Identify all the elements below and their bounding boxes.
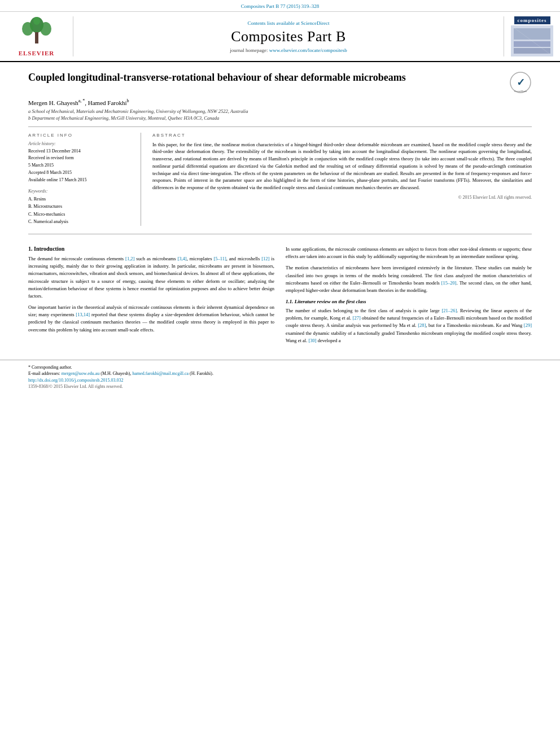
article-title: Coupled longitudinal-transverse-rotation…	[28, 71, 406, 84]
ref-12[interactable]: [12]	[261, 256, 269, 261]
sciencedirect-link[interactable]: ScienceDirect	[301, 20, 329, 26]
article-dates: Received 13 December 2014 Received in re…	[28, 148, 133, 184]
svg-point-5	[33, 17, 40, 25]
svg-text:✓: ✓	[517, 77, 525, 88]
corresponding-author-note: * Corresponding author.	[28, 365, 532, 370]
article-info-abstract-section: ARTICLE INFO Article history: Received 1…	[28, 133, 532, 226]
keyword-4: C. Numerical analysis	[28, 218, 133, 226]
body-section: 1. Introduction The demand for microscal…	[28, 246, 532, 348]
journal-header: ELSEVIER Contents lists available at Sci…	[0, 12, 560, 62]
abstract-label: ABSTRACT	[152, 133, 532, 138]
intro-number: 1.	[28, 246, 33, 252]
ref-15-20[interactable]: [15–20]	[441, 280, 457, 286]
revised-date: Received in revised form	[28, 155, 133, 162]
article-area: Coupled longitudinal-transverse-rotation…	[0, 62, 560, 354]
article-info-column: ARTICLE INFO Article history: Received 1…	[28, 133, 141, 226]
right-para2: The motion characteristics of microbeams…	[286, 264, 532, 294]
affiliation-a: a School of Mechanical, Materials and Me…	[28, 108, 532, 114]
body-two-col: 1. Introduction The demand for microscal…	[28, 246, 532, 348]
ref-13-14[interactable]: [13,14]	[76, 312, 90, 317]
ref-29[interactable]: [29]	[524, 322, 532, 328]
ref-28[interactable]: [28]	[418, 322, 426, 328]
ref-21-26[interactable]: [21–26]	[441, 308, 457, 313]
composites-logo-section: composites	[504, 16, 554, 56]
composites-badge: composites	[514, 16, 550, 24]
intro-title: Introduction	[34, 246, 64, 252]
svg-rect-4	[35, 32, 38, 43]
article-info-label: ARTICLE INFO	[28, 133, 133, 138]
subsection-para1: The number of studies belonging to the f…	[286, 307, 532, 344]
body-right-column: In some applications, the microscale con…	[286, 246, 532, 348]
elsevier-logo-section: ELSEVIER	[6, 16, 73, 56]
issn-line: 1359-8368/© 2015 Elsevier Ltd. All right…	[28, 384, 532, 389]
svg-point-3	[40, 22, 51, 36]
keywords-list: A. Resins B. Microstructures C. Micro-me…	[28, 195, 133, 226]
journal-center: Contents lists available at ScienceDirec…	[79, 16, 498, 56]
svg-rect-7	[514, 28, 550, 40]
ref-3-4[interactable]: [3,4]	[177, 256, 186, 261]
right-para1: In some applications, the microscale con…	[286, 246, 532, 260]
svg-rect-8	[514, 41, 550, 47]
journal-title: Composites Part B	[231, 28, 346, 45]
ref-1-2[interactable]: [1,2]	[125, 256, 134, 261]
svg-text:CrossMark: CrossMark	[514, 90, 527, 93]
available-date: Available online 17 March 2015	[28, 177, 133, 184]
ref-5-11[interactable]: [5–11]	[213, 256, 226, 261]
top-bar: Composites Part B 77 (2015) 319–328	[0, 0, 560, 12]
copyright-line: © 2015 Elsevier Ltd. All rights reserved…	[152, 195, 532, 200]
keyword-3: C. Micro-mechanics	[28, 211, 133, 219]
svg-rect-9	[514, 48, 550, 54]
homepage-url[interactable]: www.elsevier.com/locate/compositesb	[269, 47, 347, 53]
keyword-1: A. Resins	[28, 195, 133, 203]
journal-reference: Composites Part B 77 (2015) 319–328	[241, 3, 320, 9]
svg-point-2	[22, 22, 33, 36]
authors-line: Mergen H. Ghayesha, *, Hamed Farokhib	[28, 98, 532, 106]
author2-name: , Hamed Farokhi	[85, 99, 126, 106]
subsection-number: 1.1.	[286, 299, 294, 304]
affiliation-b: b Department of Mechanical Engineering, …	[28, 115, 532, 121]
footer-area: * Corresponding author. E-mail addresses…	[0, 360, 560, 392]
composites-cover-image	[511, 25, 553, 56]
subsection-title: Literature review on the first class	[295, 299, 366, 304]
email2-link[interactable]: hamed.farokhi@mail.mcgill.ca	[132, 371, 189, 376]
ref-27[interactable]: [27]	[353, 315, 361, 321]
revised-date2: 5 March 2015	[28, 162, 133, 169]
keywords-label: Keywords:	[28, 189, 133, 194]
email-note: E-mail addresses: mergen@uow.edu.au (M.H…	[28, 371, 532, 376]
intro-para1: The demand for microscale continuous ele…	[28, 255, 274, 300]
article-title-section: Coupled longitudinal-transverse-rotation…	[28, 71, 532, 94]
crossmark-icon: ✓ CrossMark	[509, 71, 532, 94]
elsevier-tree-icon	[14, 16, 59, 47]
body-left-column: 1. Introduction The demand for microscal…	[28, 246, 274, 348]
homepage-line: journal homepage: www.elsevier.com/locat…	[230, 47, 347, 53]
intro-heading: 1. Introduction	[28, 246, 274, 252]
divider-after-abstract	[28, 234, 532, 234]
divider-after-authors	[28, 126, 532, 127]
email1-link[interactable]: mergen@uow.edu.au	[62, 371, 100, 376]
ref-30[interactable]: [30]	[308, 338, 316, 343]
elsevier-text: ELSEVIER	[19, 50, 55, 56]
history-label: Article history:	[28, 141, 133, 146]
author2-sup: b	[127, 98, 129, 103]
doi-link[interactable]: http://dx.doi.org/10.1016/j.compositesb.…	[28, 378, 532, 383]
received-date: Received 13 December 2014	[28, 148, 133, 155]
author1-name: Mergen H. Ghayesh	[28, 99, 78, 106]
keyword-2: B. Microstructures	[28, 203, 133, 211]
intro-para2: One important barrier in the theoretical…	[28, 304, 274, 334]
author1-sup: a, *	[78, 98, 85, 103]
abstract-text: In this paper, for the first time, the n…	[152, 141, 532, 191]
abstract-column: ABSTRACT In this paper, for the first ti…	[152, 133, 532, 226]
contents-available-line: Contents lists available at ScienceDirec…	[248, 20, 330, 26]
subsection-1-1-heading: 1.1. Literature review on the first clas…	[286, 299, 532, 304]
accepted-date: Accepted 8 March 2015	[28, 169, 133, 177]
